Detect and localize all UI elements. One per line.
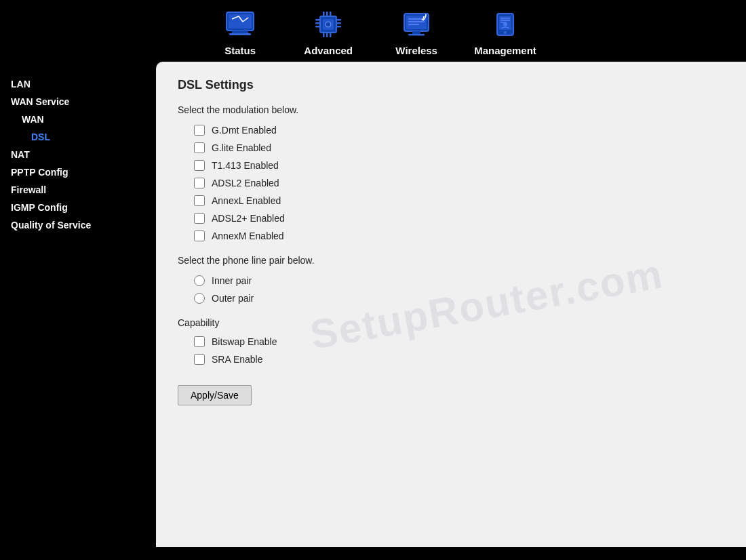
svg-rect-9 — [315, 19, 320, 21]
checkbox-row-sra: SRA Enable — [178, 354, 724, 365]
checkbox-gdmt[interactable] — [194, 125, 205, 136]
sidebar: LAN WAN Service WAN DSL NAT PPTP Config … — [0, 62, 156, 547]
nav-item-management[interactable]: Management — [474, 7, 536, 56]
svg-point-35 — [503, 22, 507, 26]
svg-rect-13 — [336, 22, 341, 24]
nav-items-container: Status — [210, 7, 536, 56]
sidebar-item-qos[interactable]: Quality of Service — [11, 216, 156, 234]
svg-rect-1 — [232, 31, 248, 33]
content-area: SetupRouter.com DSL Settings Select the … — [156, 62, 746, 547]
checkbox-row-gdmt: G.Dmt Enabled — [178, 125, 724, 136]
checkbox-adsl2[interactable] — [194, 178, 205, 188]
label-sra: SRA Enable — [212, 354, 263, 365]
svg-rect-15 — [323, 12, 325, 16]
svg-rect-10 — [315, 22, 320, 24]
label-adsl2: ADSL2 Enabled — [212, 178, 279, 188]
management-icon — [488, 7, 523, 42]
label-outer: Outer pair — [212, 293, 254, 304]
sidebar-item-igmp-config[interactable]: IGMP Config — [11, 199, 156, 216]
svg-rect-20 — [330, 33, 332, 37]
phone-line-section: Select the phone line pair below. Inner … — [178, 255, 724, 304]
modulation-section: Select the modulation below. G.Dmt Enabl… — [178, 104, 724, 241]
nav-item-wireless[interactable]: Wireless — [386, 7, 447, 56]
nav-label-advanced: Advanced — [304, 45, 353, 56]
apply-save-button[interactable]: Apply/Save — [178, 385, 252, 405]
label-t1413: T1.413 Enabled — [212, 160, 279, 171]
checkbox-row-t1413: T1.413 Enabled — [178, 160, 724, 171]
label-glite: G.lite Enabled — [212, 142, 271, 153]
capability-section: Capability Bitswap Enable SRA Enable — [178, 317, 724, 365]
label-bitswap: Bitswap Enable — [212, 336, 277, 347]
radio-inner[interactable] — [194, 275, 205, 286]
sidebar-item-nat[interactable]: NAT — [11, 146, 156, 163]
svg-rect-18 — [323, 33, 325, 37]
nav-label-status: Status — [224, 45, 256, 56]
checkbox-annexm[interactable] — [194, 231, 205, 241]
page-title: DSL Settings — [178, 78, 724, 92]
svg-rect-17 — [330, 12, 332, 16]
sidebar-item-lan[interactable]: LAN — [11, 75, 156, 93]
sidebar-item-wan[interactable]: WAN — [11, 111, 156, 128]
svg-rect-3 — [229, 14, 252, 28]
phone-line-desc: Select the phone line pair below. — [178, 255, 724, 266]
checkbox-row-adsl2plus: ADSL2+ Enabled — [178, 213, 724, 224]
capability-title: Capability — [178, 317, 724, 328]
svg-rect-16 — [326, 12, 328, 16]
svg-rect-27 — [412, 31, 420, 34]
checkbox-bitswap[interactable] — [194, 336, 205, 347]
checkbox-sra[interactable] — [194, 354, 205, 365]
nav-label-management: Management — [474, 45, 536, 56]
monitor-icon — [222, 7, 258, 42]
svg-point-31 — [504, 31, 507, 34]
checkbox-row-annexm: AnnexM Enabled — [178, 231, 724, 241]
top-navigation: Status — [0, 0, 746, 62]
svg-rect-19 — [326, 33, 328, 37]
main-layout: LAN WAN Service WAN DSL NAT PPTP Config … — [0, 62, 746, 547]
svg-rect-28 — [408, 34, 425, 36]
checkbox-t1413[interactable] — [194, 160, 205, 171]
radio-row-outer: Outer pair — [178, 293, 724, 304]
radio-row-inner: Inner pair — [178, 275, 724, 286]
sidebar-item-pptp-config[interactable]: PPTP Config — [11, 163, 156, 181]
svg-rect-11 — [315, 26, 320, 28]
label-inner: Inner pair — [212, 275, 252, 286]
chip-icon — [311, 7, 346, 42]
checkbox-adsl2plus[interactable] — [194, 213, 205, 224]
nav-item-advanced[interactable]: Advanced — [298, 7, 359, 56]
sidebar-item-firewall[interactable]: Firewall — [11, 181, 156, 199]
svg-rect-2 — [229, 33, 251, 35]
checkbox-row-glite: G.lite Enabled — [178, 142, 724, 153]
checkbox-glite[interactable] — [194, 142, 205, 153]
svg-point-21 — [326, 22, 331, 27]
wireless-icon — [399, 7, 434, 42]
sidebar-item-wan-service[interactable]: WAN Service — [11, 93, 156, 111]
sidebar-item-dsl[interactable]: DSL — [11, 128, 156, 146]
label-annexl: AnnexL Enabled — [212, 195, 281, 206]
radio-outer[interactable] — [194, 293, 205, 304]
checkbox-row-bitswap: Bitswap Enable — [178, 336, 724, 347]
checkbox-row-adsl2: ADSL2 Enabled — [178, 178, 724, 188]
checkbox-row-annexl: AnnexL Enabled — [178, 195, 724, 206]
svg-rect-12 — [336, 19, 341, 21]
svg-rect-14 — [336, 26, 341, 28]
modulation-desc: Select the modulation below. — [178, 104, 724, 115]
label-adsl2plus: ADSL2+ Enabled — [212, 213, 285, 224]
nav-item-status[interactable]: Status — [210, 7, 271, 56]
label-annexm: AnnexM Enabled — [212, 231, 284, 241]
checkbox-annexl[interactable] — [194, 195, 205, 206]
label-gdmt: G.Dmt Enabled — [212, 125, 277, 136]
nav-label-wireless: Wireless — [395, 45, 437, 56]
